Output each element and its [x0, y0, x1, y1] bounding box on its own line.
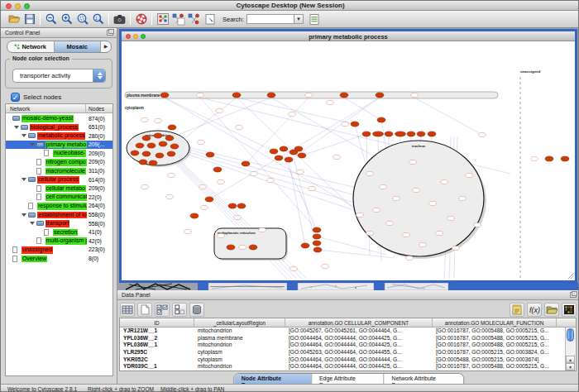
disclosure-triangle-icon[interactable] [22, 213, 26, 217]
col-molecular-function[interactable]: annotation.GO MOLECULAR_FUNCTION [433, 318, 557, 327]
node[interactable] [239, 245, 246, 249]
node[interactable] [327, 100, 334, 104]
tree-row[interactable]: Overview8(0) [6, 255, 112, 264]
node[interactable] [218, 179, 225, 184]
new-attribute-icon[interactable] [137, 303, 152, 317]
tree-row[interactable]: multi-organism pro42(0) [6, 237, 112, 246]
node[interactable] [234, 215, 242, 219]
node[interactable] [419, 242, 427, 246]
node[interactable] [232, 93, 241, 98]
import-attributes-icon[interactable] [544, 303, 559, 317]
node[interactable] [452, 246, 460, 250]
node[interactable] [351, 122, 359, 127]
node[interactable] [429, 201, 437, 205]
node[interactable] [142, 136, 151, 141]
node[interactable] [242, 161, 250, 166]
network-canvas[interactable]: plasma membrane cytoplasm mitochondrion … [122, 41, 575, 280]
zoom-fit-icon[interactable]: 1:1 [90, 12, 106, 26]
node[interactable] [267, 93, 275, 98]
node[interactable] [447, 216, 455, 220]
node[interactable] [393, 196, 400, 200]
node[interactable] [441, 179, 448, 184]
dropdown-stepper-icon[interactable] [93, 69, 105, 82]
node[interactable] [136, 143, 144, 148]
node[interactable] [167, 151, 175, 156]
node[interactable] [340, 93, 348, 98]
node[interactable] [407, 131, 415, 136]
col-id[interactable]: ID [120, 318, 194, 327]
node[interactable] [377, 117, 385, 122]
node[interactable] [531, 156, 538, 160]
table-row[interactable]: YPL036W__1mitochondrion[GO:0044464, GO:0… [120, 342, 576, 349]
network-window-titlebar[interactable]: primary metabolic process [122, 31, 575, 41]
node[interactable] [297, 170, 304, 174]
node[interactable] [395, 131, 406, 136]
node[interactable] [267, 178, 275, 182]
node[interactable] [342, 122, 349, 126]
select-nodes-checkbox[interactable]: ✓ [11, 93, 20, 102]
node[interactable] [166, 194, 174, 198]
tree-row[interactable]: nucleobase-209(0) [6, 149, 112, 158]
node[interactable] [403, 232, 410, 237]
node[interactable] [213, 167, 222, 172]
node[interactable] [479, 132, 486, 136]
table-row[interactable]: YDR039C__1mitochondrion[GO:0044464, GO:0… [120, 363, 576, 370]
resize-grip-icon[interactable] [568, 274, 573, 279]
help-lifering-icon[interactable] [133, 12, 149, 26]
annotation-icon[interactable] [202, 12, 218, 26]
node[interactable] [139, 160, 147, 165]
scrollbar-thumb[interactable] [567, 328, 574, 342]
tab-network[interactable]: Network [7, 41, 54, 52]
snapshot-camera-icon[interactable] [112, 12, 127, 26]
node[interactable] [294, 146, 303, 151]
scroll-up-icon[interactable]: ▲ [566, 356, 575, 363]
node[interactable] [376, 93, 384, 98]
node[interactable] [290, 266, 298, 270]
node[interactable] [313, 241, 321, 246]
node[interactable] [385, 131, 393, 136]
node[interactable] [285, 157, 293, 162]
tree-row[interactable]: cellular process614(0) [6, 175, 112, 184]
node[interactable] [149, 160, 157, 165]
node[interactable] [466, 173, 473, 177]
node[interactable] [545, 156, 553, 161]
zoom-in-icon[interactable] [59, 12, 74, 26]
node[interactable] [170, 144, 179, 149]
unselect-attributes-icon[interactable] [172, 303, 187, 317]
destroy-network-view-icon[interactable] [186, 12, 202, 26]
attribute-browser-icon[interactable] [307, 12, 323, 26]
node[interactable] [236, 125, 243, 129]
node[interactable] [322, 264, 329, 268]
node[interactable] [141, 184, 149, 189]
node[interactable] [251, 171, 258, 175]
node[interactable] [362, 131, 371, 136]
disclosure-triangle-icon[interactable] [14, 126, 19, 129]
tree-row[interactable]: macromolecule311(0) [6, 167, 112, 176]
tree-row[interactable]: mosaic-demo-yeast874(0) [6, 114, 112, 123]
node[interactable] [249, 245, 257, 250]
node[interactable] [428, 131, 436, 136]
node[interactable] [413, 188, 420, 192]
node[interactable] [333, 155, 341, 159]
node[interactable] [417, 131, 425, 136]
node[interactable] [270, 149, 278, 154]
node[interactable] [165, 136, 174, 141]
node[interactable] [147, 143, 156, 148]
node[interactable] [474, 222, 481, 227]
table-row[interactable]: YKR052Ccytoplasm[GO:0044464, GO:0044446,… [120, 356, 576, 364]
disclosure-triangle-icon[interactable] [30, 143, 35, 146]
function-builder-icon[interactable]: f(x) [527, 303, 542, 317]
node[interactable] [184, 229, 192, 233]
disclosure-triangle-icon[interactable] [22, 134, 26, 137]
tree-row[interactable]: nitrogen compo209(0) [6, 158, 112, 167]
tree-row[interactable]: biological_process651(0) [6, 123, 112, 132]
node[interactable] [155, 118, 162, 122]
node[interactable] [366, 231, 374, 235]
notepad-icon[interactable] [510, 303, 524, 317]
node[interactable] [356, 213, 364, 217]
node[interactable] [289, 112, 296, 116]
node[interactable] [275, 155, 283, 160]
node[interactable] [459, 196, 467, 200]
tree-row[interactable]: primary metabo209(... [6, 141, 112, 150]
zoom-out-icon[interactable] [43, 12, 59, 26]
